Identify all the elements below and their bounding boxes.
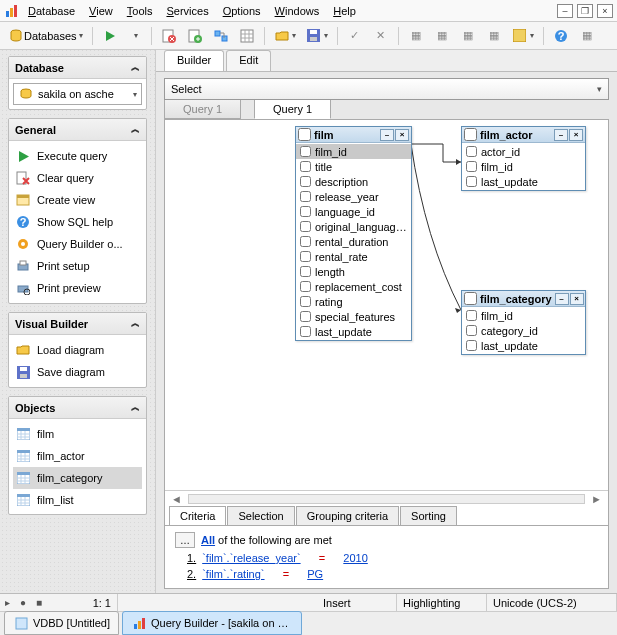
column-checkbox[interactable] (300, 311, 311, 322)
tool-btn-d[interactable]: ▦ (482, 25, 506, 47)
table-minimize-button[interactable]: – (555, 293, 569, 305)
canvas-hscroll[interactable]: ◄ ► (165, 490, 608, 506)
table-column[interactable]: film_id (462, 308, 585, 323)
menu-services[interactable]: Services (160, 3, 214, 19)
tool-btn-a[interactable]: ▦ (404, 25, 428, 47)
run-dropdown[interactable] (124, 25, 146, 47)
menu-windows[interactable]: Windows (269, 3, 326, 19)
status-prev-button[interactable]: ▸ (0, 596, 14, 610)
doctab-query-builder[interactable]: Query Builder - [sakila on as... (122, 611, 302, 635)
query-tab-left[interactable]: Query 1 (164, 100, 241, 119)
criteria-field-link[interactable]: `film`.`release_year` (202, 552, 300, 564)
table-close-button[interactable]: × (395, 129, 409, 141)
panel-objects-header[interactable]: Objects ︽ (9, 397, 146, 419)
menu-view[interactable]: View (83, 3, 119, 19)
database-selector[interactable]: sakila on asche (13, 83, 142, 105)
criteria-operator[interactable]: = (319, 552, 325, 564)
table-select-all-checkbox[interactable] (464, 128, 477, 141)
open-dropdown[interactable] (270, 25, 300, 47)
mode-tab-edit[interactable]: Edit (226, 50, 271, 71)
tool-btn-3[interactable] (209, 25, 233, 47)
criteria-value-link[interactable]: PG (307, 568, 323, 580)
databases-dropdown[interactable]: Databases (4, 25, 87, 47)
table-select-all-checkbox[interactable] (464, 292, 477, 305)
general-item-4[interactable]: Query Builder o... (13, 233, 142, 255)
run-button[interactable] (98, 25, 122, 47)
table-minimize-button[interactable]: – (380, 129, 394, 141)
tool-btn-1[interactable] (157, 25, 181, 47)
table-column[interactable]: title (296, 159, 411, 174)
menu-help[interactable]: Help (327, 3, 362, 19)
table-close-button[interactable]: × (569, 129, 583, 141)
criteria-value-link[interactable]: 2010 (343, 552, 367, 564)
visual-item-0[interactable]: Load diagram (13, 339, 142, 361)
criteria-field-link[interactable]: `film`.`rating` (202, 568, 264, 580)
ok-button[interactable]: ✓ (343, 25, 367, 47)
tool-btn-2[interactable] (183, 25, 207, 47)
reject-button[interactable]: ✕ (369, 25, 393, 47)
table-column[interactable]: category_id (462, 323, 585, 338)
criteria-operator[interactable]: = (283, 568, 289, 580)
object-item-film_category[interactable]: film_category (13, 467, 142, 489)
column-checkbox[interactable] (466, 146, 477, 157)
column-checkbox[interactable] (466, 161, 477, 172)
table-column[interactable]: rental_duration (296, 234, 411, 249)
column-checkbox[interactable] (466, 325, 477, 336)
column-checkbox[interactable] (300, 251, 311, 262)
column-checkbox[interactable] (300, 221, 311, 232)
select-type-dropdown[interactable]: Select (164, 78, 609, 100)
scroll-left-icon[interactable]: ◄ (171, 493, 182, 505)
doctab-vdbd[interactable]: VDBD [Untitled] (4, 611, 119, 635)
menu-database[interactable]: Database (22, 3, 81, 19)
general-item-5[interactable]: Print setup (13, 255, 142, 277)
criteria-edit-button[interactable]: … (175, 532, 195, 548)
table-window-film-category[interactable]: film_category – × film_idcategory_idlast… (461, 290, 586, 355)
general-item-6[interactable]: Print preview (13, 277, 142, 299)
panel-visual-header[interactable]: Visual Builder ︽ (9, 313, 146, 335)
table-column[interactable]: film_id (296, 144, 411, 159)
object-item-film_text[interactable]: film_text (13, 511, 142, 514)
help-button[interactable]: ? (549, 25, 573, 47)
tool-btn-c[interactable]: ▦ (456, 25, 480, 47)
column-checkbox[interactable] (300, 266, 311, 277)
column-checkbox[interactable] (466, 340, 477, 351)
column-checkbox[interactable] (300, 236, 311, 247)
save-dropdown[interactable] (302, 25, 332, 47)
column-checkbox[interactable] (300, 281, 311, 292)
table-window-film-actor[interactable]: film_actor – × actor_idfilm_idlast_updat… (461, 126, 586, 191)
table-column[interactable]: language_id (296, 204, 411, 219)
diagram-canvas[interactable]: film – × film_idtitledescriptionrelease_… (165, 120, 608, 490)
table-column[interactable]: description (296, 174, 411, 189)
mode-tab-builder[interactable]: Builder (164, 50, 224, 71)
window-close-button[interactable]: × (597, 4, 613, 18)
visual-item-1[interactable]: Save diagram (13, 361, 142, 383)
object-item-film[interactable]: film (13, 423, 142, 445)
table-window-film[interactable]: film – × film_idtitledescriptionrelease_… (295, 126, 412, 341)
general-item-3[interactable]: ?Show SQL help (13, 211, 142, 233)
menu-options[interactable]: Options (217, 3, 267, 19)
table-column[interactable]: length (296, 264, 411, 279)
object-item-film_actor[interactable]: film_actor (13, 445, 142, 467)
column-checkbox[interactable] (466, 176, 477, 187)
panel-database-header[interactable]: Database ︽ (9, 57, 146, 79)
table-select-all-checkbox[interactable] (298, 128, 311, 141)
criteria-tab-selection[interactable]: Selection (227, 506, 294, 525)
general-item-1[interactable]: Clear query (13, 167, 142, 189)
table-column[interactable]: last_update (462, 174, 585, 189)
table-column[interactable]: rating (296, 294, 411, 309)
column-checkbox[interactable] (300, 206, 311, 217)
panel-general-header[interactable]: General ︽ (9, 119, 146, 141)
column-checkbox[interactable] (300, 191, 311, 202)
column-checkbox[interactable] (300, 176, 311, 187)
menu-tools[interactable]: Tools (121, 3, 159, 19)
tool-btn-f[interactable]: ▦ (575, 25, 599, 47)
table-column[interactable]: release_year (296, 189, 411, 204)
criteria-tab-sorting[interactable]: Sorting (400, 506, 457, 525)
table-close-button[interactable]: × (570, 293, 584, 305)
table-column[interactable]: original_language_id (296, 219, 411, 234)
column-checkbox[interactable] (300, 296, 311, 307)
table-column[interactable]: replacement_cost (296, 279, 411, 294)
general-item-0[interactable]: Execute query (13, 145, 142, 167)
table-column[interactable]: special_features (296, 309, 411, 324)
table-column[interactable]: last_update (462, 338, 585, 353)
